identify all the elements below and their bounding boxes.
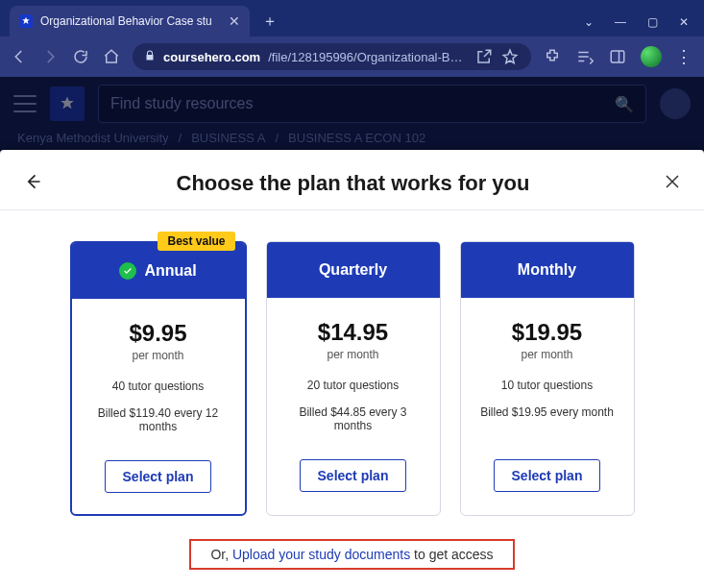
plan-price: $14.95 [318,319,388,346]
plan-header: Annual [72,243,245,299]
modal-back-icon[interactable] [23,172,42,195]
plan-tutor: 10 tutor questions [501,379,593,392]
plan-quarterly: Quarterly $14.95 per month 20 tutor ques… [266,241,441,516]
lock-icon [144,50,156,64]
queue-icon[interactable] [575,47,595,66]
check-icon [119,262,136,280]
plan-billed: Billed $119.40 every 12 months [72,406,245,435]
modal-title: Choose the plan that works for you [42,171,664,196]
select-plan-button[interactable]: Select plan [300,459,407,492]
plan-name: Annual [144,262,196,280]
favicon-icon [19,14,33,28]
reload-icon[interactable] [71,47,90,66]
close-window-icon[interactable]: ✕ [679,15,689,29]
plan-per: per month [521,348,572,361]
plan-tutor: 40 tutor questions [112,380,204,393]
or-prefix: Or, [210,547,232,562]
plan-price: $19.95 [512,319,582,346]
new-tab-button[interactable]: ＋ [257,9,282,34]
plan-tutor: 20 tutor questions [307,379,399,392]
url-path: /file/128195996/Organizational-Beh... [268,50,467,64]
home-icon[interactable] [102,47,121,66]
svg-rect-0 [611,51,624,62]
plan-billed: Billed $19.95 every month [463,405,631,434]
tab-close-icon[interactable]: ✕ [229,13,240,29]
or-suffix: to get access [410,547,493,562]
minimize-icon[interactable]: — [615,15,626,29]
plan-header: Monthly [461,242,634,298]
plan-per: per month [132,349,183,362]
plan-modal: Choose the plan that works for you Best … [0,150,704,588]
nav-forward-icon [40,47,60,66]
bookmark-star-icon[interactable] [501,47,520,66]
plan-header: Quarterly [267,242,440,298]
select-plan-button[interactable]: Select plan [105,460,212,493]
panel-icon[interactable] [608,47,627,66]
best-value-badge: Best value [158,232,234,251]
plan-name: Quarterly [319,261,387,279]
window-controls: ⌄ — ▢ ✕ [584,15,704,37]
extensions-icon[interactable] [543,47,562,66]
browser-tab[interactable]: Organizational Behavior Case stu ✕ [10,6,250,37]
plan-per: per month [327,348,378,361]
modal-close-icon[interactable] [664,173,681,194]
url-domain: coursehero.com [163,50,260,64]
select-plan-button[interactable]: Select plan [494,459,601,492]
plan-name: Monthly [518,261,576,279]
chevron-down-icon[interactable]: ⌄ [584,15,594,29]
plan-billed: Billed $44.85 every 3 months [267,405,440,434]
maximize-icon[interactable]: ▢ [647,15,658,29]
address-bar[interactable]: coursehero.com /file/128195996/Organizat… [133,43,531,70]
toolbar-right: ⋮ [543,46,694,67]
nav-back-icon[interactable] [10,47,29,66]
plan-list: Best value Annual $9.95 per month 40 tut… [0,210,704,531]
browser-toolbar: coursehero.com /file/128195996/Organizat… [0,37,704,77]
plan-annual: Best value Annual $9.95 per month 40 tut… [70,241,247,516]
plan-monthly: Monthly $19.95 per month 10 tutor questi… [460,241,635,516]
upload-link[interactable]: Upload your study documents [232,547,410,562]
share-icon[interactable] [474,47,493,66]
tab-title: Organizational Behavior Case stu [40,14,221,28]
kebab-menu-icon[interactable]: ⋮ [675,46,694,67]
profile-avatar[interactable] [641,46,662,67]
window-titlebar: Organizational Behavior Case stu ✕ ＋ ⌄ —… [0,0,704,37]
upload-alternative: Or, Upload your study documents to get a… [189,539,514,570]
plan-price: $9.95 [129,320,186,347]
